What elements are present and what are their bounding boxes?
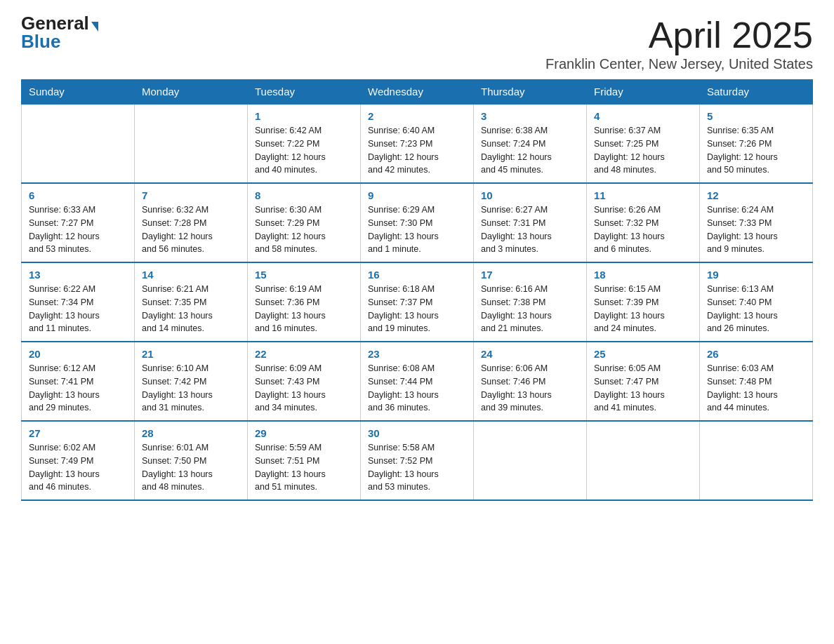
calendar-header-wednesday: Wednesday xyxy=(361,80,474,105)
calendar-cell: 4Sunrise: 6:37 AM Sunset: 7:25 PM Daylig… xyxy=(587,104,700,183)
calendar-cell xyxy=(135,104,248,183)
calendar-cell: 18Sunrise: 6:15 AM Sunset: 7:39 PM Dayli… xyxy=(587,262,700,342)
calendar-cell: 26Sunrise: 6:03 AM Sunset: 7:48 PM Dayli… xyxy=(700,342,813,421)
day-number: 8 xyxy=(255,189,353,201)
day-info: Sunrise: 6:19 AM Sunset: 7:36 PM Dayligh… xyxy=(255,283,353,335)
calendar-header-saturday: Saturday xyxy=(700,80,813,105)
calendar-header-tuesday: Tuesday xyxy=(248,80,361,105)
calendar-cell xyxy=(700,421,813,500)
calendar-cell xyxy=(22,104,135,183)
day-info: Sunrise: 6:18 AM Sunset: 7:37 PM Dayligh… xyxy=(368,283,466,335)
calendar-cell: 21Sunrise: 6:10 AM Sunset: 7:42 PM Dayli… xyxy=(135,342,248,421)
calendar-cell: 19Sunrise: 6:13 AM Sunset: 7:40 PM Dayli… xyxy=(700,262,813,342)
day-info: Sunrise: 6:27 AM Sunset: 7:31 PM Dayligh… xyxy=(481,203,579,256)
day-number: 10 xyxy=(481,189,579,201)
day-info: Sunrise: 6:22 AM Sunset: 7:34 PM Dayligh… xyxy=(29,283,127,335)
day-number: 15 xyxy=(255,269,353,281)
calendar-cell: 15Sunrise: 6:19 AM Sunset: 7:36 PM Dayli… xyxy=(248,262,361,342)
day-info: Sunrise: 6:40 AM Sunset: 7:23 PM Dayligh… xyxy=(368,124,466,177)
day-info: Sunrise: 6:15 AM Sunset: 7:39 PM Dayligh… xyxy=(594,283,692,335)
month-title: April 2025 xyxy=(545,14,813,56)
day-info: Sunrise: 6:03 AM Sunset: 7:48 PM Dayligh… xyxy=(707,362,805,415)
calendar-cell: 27Sunrise: 6:02 AM Sunset: 7:49 PM Dayli… xyxy=(22,421,135,500)
day-number: 4 xyxy=(594,110,692,122)
day-number: 1 xyxy=(255,110,353,122)
calendar-cell: 20Sunrise: 6:12 AM Sunset: 7:41 PM Dayli… xyxy=(22,342,135,421)
day-number: 27 xyxy=(29,427,127,439)
location-title: Franklin Center, New Jersey, United Stat… xyxy=(545,56,813,72)
calendar-week-3: 13Sunrise: 6:22 AM Sunset: 7:34 PM Dayli… xyxy=(22,262,813,342)
day-number: 13 xyxy=(29,269,127,281)
day-info: Sunrise: 6:42 AM Sunset: 7:22 PM Dayligh… xyxy=(255,124,353,177)
calendar-cell: 7Sunrise: 6:32 AM Sunset: 7:28 PM Daylig… xyxy=(135,183,248,262)
calendar-cell: 11Sunrise: 6:26 AM Sunset: 7:32 PM Dayli… xyxy=(587,183,700,262)
day-number: 20 xyxy=(29,348,127,360)
calendar-cell: 13Sunrise: 6:22 AM Sunset: 7:34 PM Dayli… xyxy=(22,262,135,342)
calendar-cell: 23Sunrise: 6:08 AM Sunset: 7:44 PM Dayli… xyxy=(361,342,474,421)
logo: General Blue xyxy=(21,14,98,51)
calendar-cell: 29Sunrise: 5:59 AM Sunset: 7:51 PM Dayli… xyxy=(248,421,361,500)
calendar-header-monday: Monday xyxy=(135,80,248,105)
calendar-cell: 5Sunrise: 6:35 AM Sunset: 7:26 PM Daylig… xyxy=(700,104,813,183)
day-number: 22 xyxy=(255,348,353,360)
day-info: Sunrise: 5:58 AM Sunset: 7:52 PM Dayligh… xyxy=(368,441,466,494)
day-info: Sunrise: 6:05 AM Sunset: 7:47 PM Dayligh… xyxy=(594,362,692,415)
day-info: Sunrise: 6:26 AM Sunset: 7:32 PM Dayligh… xyxy=(594,203,692,256)
logo-triangle-icon xyxy=(91,22,98,32)
day-number: 24 xyxy=(481,348,579,360)
day-number: 16 xyxy=(368,269,466,281)
day-number: 18 xyxy=(594,269,692,281)
calendar-cell: 10Sunrise: 6:27 AM Sunset: 7:31 PM Dayli… xyxy=(474,183,587,262)
day-info: Sunrise: 6:37 AM Sunset: 7:25 PM Dayligh… xyxy=(594,124,692,177)
day-number: 26 xyxy=(707,348,805,360)
calendar-week-5: 27Sunrise: 6:02 AM Sunset: 7:49 PM Dayli… xyxy=(22,421,813,500)
title-section: April 2025 Franklin Center, New Jersey, … xyxy=(545,14,813,72)
day-info: Sunrise: 6:06 AM Sunset: 7:46 PM Dayligh… xyxy=(481,362,579,415)
day-info: Sunrise: 6:33 AM Sunset: 7:27 PM Dayligh… xyxy=(29,203,127,256)
day-number: 3 xyxy=(481,110,579,122)
day-number: 7 xyxy=(142,189,240,201)
day-info: Sunrise: 6:38 AM Sunset: 7:24 PM Dayligh… xyxy=(481,124,579,177)
day-info: Sunrise: 6:12 AM Sunset: 7:41 PM Dayligh… xyxy=(29,362,127,415)
logo-text: General xyxy=(21,14,98,32)
page-header: General Blue April 2025 Franklin Center,… xyxy=(21,14,813,72)
day-number: 25 xyxy=(594,348,692,360)
day-info: Sunrise: 6:35 AM Sunset: 7:26 PM Dayligh… xyxy=(707,124,805,177)
calendar-cell: 30Sunrise: 5:58 AM Sunset: 7:52 PM Dayli… xyxy=(361,421,474,500)
calendar-table: SundayMondayTuesdayWednesdayThursdayFrid… xyxy=(21,79,813,501)
calendar-cell: 24Sunrise: 6:06 AM Sunset: 7:46 PM Dayli… xyxy=(474,342,587,421)
day-number: 28 xyxy=(142,427,240,439)
day-info: Sunrise: 6:21 AM Sunset: 7:35 PM Dayligh… xyxy=(142,283,240,335)
day-number: 14 xyxy=(142,269,240,281)
day-number: 12 xyxy=(707,189,805,201)
calendar-cell: 17Sunrise: 6:16 AM Sunset: 7:38 PM Dayli… xyxy=(474,262,587,342)
day-info: Sunrise: 6:02 AM Sunset: 7:49 PM Dayligh… xyxy=(29,441,127,494)
day-number: 5 xyxy=(707,110,805,122)
day-number: 30 xyxy=(368,427,466,439)
day-number: 21 xyxy=(142,348,240,360)
calendar-header-row: SundayMondayTuesdayWednesdayThursdayFrid… xyxy=(22,80,813,105)
calendar-cell: 25Sunrise: 6:05 AM Sunset: 7:47 PM Dayli… xyxy=(587,342,700,421)
calendar-week-2: 6Sunrise: 6:33 AM Sunset: 7:27 PM Daylig… xyxy=(22,183,813,262)
calendar-cell: 8Sunrise: 6:30 AM Sunset: 7:29 PM Daylig… xyxy=(248,183,361,262)
calendar-week-4: 20Sunrise: 6:12 AM Sunset: 7:41 PM Dayli… xyxy=(22,342,813,421)
logo-blue: Blue xyxy=(21,32,60,51)
calendar-header-sunday: Sunday xyxy=(22,80,135,105)
day-number: 9 xyxy=(368,189,466,201)
day-info: Sunrise: 5:59 AM Sunset: 7:51 PM Dayligh… xyxy=(255,441,353,494)
calendar-week-1: 1Sunrise: 6:42 AM Sunset: 7:22 PM Daylig… xyxy=(22,104,813,183)
day-info: Sunrise: 6:10 AM Sunset: 7:42 PM Dayligh… xyxy=(142,362,240,415)
calendar-header-thursday: Thursday xyxy=(474,80,587,105)
day-info: Sunrise: 6:16 AM Sunset: 7:38 PM Dayligh… xyxy=(481,283,579,335)
calendar-cell: 16Sunrise: 6:18 AM Sunset: 7:37 PM Dayli… xyxy=(361,262,474,342)
day-info: Sunrise: 6:24 AM Sunset: 7:33 PM Dayligh… xyxy=(707,203,805,256)
calendar-cell xyxy=(587,421,700,500)
calendar-cell: 9Sunrise: 6:29 AM Sunset: 7:30 PM Daylig… xyxy=(361,183,474,262)
day-number: 2 xyxy=(368,110,466,122)
day-number: 6 xyxy=(29,189,127,201)
calendar-cell: 6Sunrise: 6:33 AM Sunset: 7:27 PM Daylig… xyxy=(22,183,135,262)
calendar-cell xyxy=(474,421,587,500)
day-info: Sunrise: 6:29 AM Sunset: 7:30 PM Dayligh… xyxy=(368,203,466,256)
day-number: 17 xyxy=(481,269,579,281)
day-info: Sunrise: 6:13 AM Sunset: 7:40 PM Dayligh… xyxy=(707,283,805,335)
